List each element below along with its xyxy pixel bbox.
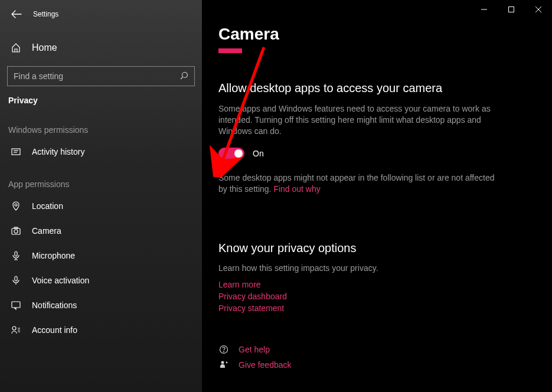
svg-rect-14 [15,276,17,281]
camera-icon [11,226,21,236]
microphone-icon [11,250,21,261]
section-heading-privacy-options: Know your privacy options [218,241,535,255]
location-icon [11,201,21,211]
sidebar-home[interactable]: Home [0,37,202,59]
feedback-icon [218,360,229,370]
maximize-button[interactable] [498,0,525,19]
find-out-why-link[interactable]: Find out why [273,184,320,194]
sidebar-item-label: Activity history [32,147,84,156]
help-icon [218,345,229,354]
sidebar-item-label: Voice activation [32,276,89,285]
svg-rect-6 [12,149,20,155]
back-button[interactable] [11,8,22,20]
sidebar-item-label: Location [32,201,63,211]
sidebar-item-camera[interactable]: Camera [0,218,202,243]
section-heading-desktop-apps: Allow desktop apps to access your camera [218,81,535,95]
sidebar-category-privacy: Privacy [0,86,202,110]
svg-rect-12 [14,227,18,228]
toggle-knob [234,149,243,158]
svg-line-5 [181,77,183,79]
sidebar-item-label: Account info [32,325,77,335]
svg-point-18 [224,351,224,352]
svg-rect-15 [12,302,20,308]
sidebar-item-location[interactable]: Location [0,194,202,218]
sidebar-home-label: Home [32,43,57,53]
search-icon [180,71,188,81]
sidebar: Settings Home Privacy Windows permission… [0,0,202,392]
get-help-row[interactable]: Get help [218,342,535,357]
toggle-note: Some desktop apps might not appear in th… [218,172,496,195]
search-box[interactable] [7,66,195,86]
sidebar-item-notifications[interactable]: Notifications [0,293,202,318]
main-content: Camera Allow desktop apps to access your… [202,0,552,392]
svg-rect-1 [509,7,514,12]
privacy-statement-link[interactable]: Privacy statement [218,302,535,314]
section-description: Some apps and Windows features need to a… [218,103,496,137]
privacy-dashboard-link[interactable]: Privacy dashboard [218,290,535,302]
privacy-options-desc: Learn how this setting impacts your priv… [218,263,535,273]
sidebar-item-label: Camera [32,226,61,236]
get-help-label: Get help [239,345,270,354]
svg-point-19 [221,361,224,364]
give-feedback-label: Give feedback [239,360,292,370]
accent-bar [218,48,242,53]
sidebar-item-microphone[interactable]: Microphone [0,243,202,268]
desktop-apps-camera-toggle[interactable] [218,148,244,159]
home-icon [11,43,21,53]
svg-rect-13 [15,251,17,256]
sidebar-item-voice-activation[interactable]: Voice activation [0,268,202,293]
voice-activation-icon [11,275,21,286]
close-button[interactable] [525,0,552,19]
account-info-icon [11,325,21,335]
activity-history-icon [11,146,21,157]
give-feedback-row[interactable]: Give feedback [218,357,535,373]
sidebar-item-activity-history[interactable]: Activity history [0,139,202,164]
learn-more-link[interactable]: Learn more [218,279,535,290]
svg-point-4 [182,72,188,77]
section-app-permissions: App permissions [0,164,202,194]
svg-point-9 [15,204,17,206]
minimize-button[interactable] [471,0,498,19]
sidebar-item-label: Microphone [32,251,75,260]
toggle-state-label: On [253,149,264,158]
search-input[interactable] [14,71,180,81]
app-title: Settings [33,10,58,18]
svg-point-16 [12,326,16,330]
page-title: Camera [218,25,535,44]
svg-point-11 [14,230,18,233]
section-windows-permissions: Windows permissions [0,110,202,139]
sidebar-item-label: Notifications [32,300,77,310]
sidebar-item-account-info[interactable]: Account info [0,318,202,342]
notifications-icon [11,300,21,311]
